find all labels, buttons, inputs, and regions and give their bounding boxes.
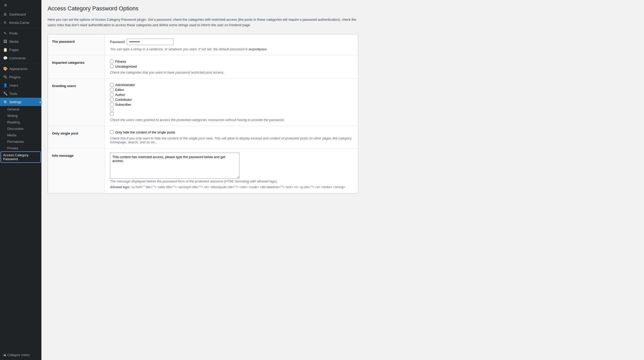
main-content: Access Category Password Options Here yo… [41, 0, 644, 360]
settings-table: The password Password You can type a str… [48, 34, 358, 193]
appearance-icon: 🎨 [3, 67, 7, 71]
wp-icon: ⊞ [4, 3, 7, 7]
user-administrator-label: Administrator [115, 83, 135, 87]
password-field-label: Password [110, 40, 125, 44]
impacted-categories-row: Impacted categories Fitness Uncategorize… [48, 55, 358, 79]
user-editor: Editor [110, 88, 353, 92]
category-uncategorized-checkbox[interactable] [110, 65, 114, 68]
granting-users-row: Granting users Administrator Editor Auth… [48, 79, 358, 126]
sidebar-item-tools[interactable]: 🔧 Tools [0, 89, 41, 98]
impacted-categories-label: Impacted categories [48, 55, 105, 79]
sidebar-item-label: Pages [9, 48, 19, 52]
sidebar-divider-1 [0, 28, 41, 28]
user-subscriber-label: Subscriber [115, 103, 131, 107]
password-row: The password Password You can type a str… [48, 34, 358, 55]
sidebar-item-dashboard[interactable]: ⊞ Dashboard [0, 10, 41, 18]
collapse-label: Collapse menu [7, 353, 30, 357]
sidebar-item-users[interactable]: 👤 Users [0, 81, 41, 89]
sidebar-item-kinsta-cache[interactable]: K Kinsta Cache [0, 18, 41, 27]
user-author-label: Author [115, 93, 125, 97]
single-post-option: Only hide the content of the single post… [110, 130, 353, 134]
sidebar-item-appearance[interactable]: 🎨 Appearance [0, 65, 41, 73]
sidebar-item-label: Posts [9, 31, 18, 35]
granting-users-hint: Check the users roles granted to access … [110, 118, 353, 122]
sidebar-divider-2 [0, 63, 41, 63]
user-extra2 [110, 112, 353, 116]
granting-users-label: Granting users [48, 79, 105, 126]
submenu-general[interactable]: General [0, 106, 41, 112]
category-fitness-checkbox[interactable] [110, 60, 114, 63]
password-label: The password [48, 34, 105, 55]
collapse-icon: ◀ [3, 353, 6, 357]
sidebar-item-media[interactable]: 🖼 Media [0, 37, 41, 46]
sidebar-item-label: Plugins [9, 75, 20, 79]
info-message-textarea[interactable]: This content has restricted access, plea… [110, 153, 239, 179]
password-input[interactable] [127, 39, 173, 45]
password-field-row: Password [110, 39, 353, 45]
sidebar-item-label: Users [9, 83, 18, 87]
info-message-value: This content has restricted access, plea… [105, 149, 358, 193]
category-fitness: Fitness [110, 60, 353, 63]
page-description: Here you can set the options of Access C… [48, 17, 358, 28]
media-icon: 🖼 [3, 39, 7, 44]
site-logo: ⊞ [0, 0, 41, 10]
only-single-post-row: Only single post Only hide the content o… [48, 126, 358, 149]
sidebar-item-settings[interactable]: ⚙ Settings ◀ [0, 98, 41, 106]
sidebar-item-label: Media [9, 40, 18, 44]
user-author: Author [110, 93, 353, 97]
submenu-access-category-password[interactable]: Access Category Password [1, 152, 40, 162]
user-extra1-checkbox[interactable] [110, 108, 114, 111]
user-administrator-checkbox[interactable] [110, 83, 114, 87]
user-administrator: Administrator [110, 83, 353, 87]
settings-icon: ⚙ [3, 100, 7, 104]
submenu-permalinks[interactable]: Permalinks [0, 138, 41, 145]
single-post-option-label: Only hide the content of the single post… [115, 130, 175, 134]
password-hint: You can type a string or a sentence, or … [110, 47, 353, 51]
kinsta-icon: K [3, 20, 7, 25]
impacted-categories-hint: Check the categories that you want to ha… [110, 70, 353, 74]
submenu-writing[interactable]: Writing [0, 112, 41, 119]
single-post-checkbox[interactable] [110, 130, 114, 134]
sidebar-item-label: Appearance [9, 67, 27, 71]
collapse-menu-button[interactable]: ◀ Collapse menu [0, 350, 41, 360]
user-contributor-checkbox[interactable] [110, 98, 114, 101]
sidebar-item-label: Comments [9, 56, 26, 60]
user-contributor: Contributor [110, 98, 353, 102]
only-single-post-label: Only single post [48, 126, 105, 148]
submenu-discussion[interactable]: Discussion [0, 125, 41, 132]
info-message-hint: The message displayed before the passwor… [110, 179, 353, 183]
sidebar-item-label: Dashboard [9, 12, 26, 16]
info-message-label: Info message [48, 149, 105, 193]
sidebar: ⊞ ⊞ Dashboard K Kinsta Cache ✎ Posts 🖼 M… [0, 0, 41, 360]
submenu-privacy[interactable]: Privacy [0, 145, 41, 151]
allowed-tags-text: Allowed tags: <a href="" title=""> <abbr… [110, 185, 353, 189]
sidebar-item-posts[interactable]: ✎ Posts [0, 29, 41, 37]
pages-icon: 📋 [3, 48, 7, 52]
sidebar-item-plugins[interactable]: 🔌 Plugins [0, 73, 41, 81]
impacted-categories-value: Fitness Uncategorized Check the categori… [105, 55, 358, 79]
only-single-post-hint: Check this if you only want to hide the … [110, 136, 353, 144]
category-uncategorized: Uncategorized [110, 65, 353, 68]
user-subscriber-checkbox[interactable] [110, 103, 114, 106]
settings-arrow-icon: ◀ [39, 100, 42, 104]
users-icon: 👤 [3, 83, 7, 87]
user-editor-label: Editor [115, 88, 124, 92]
user-extra1 [110, 108, 353, 111]
sidebar-item-label: Tools [9, 92, 17, 96]
user-editor-checkbox[interactable] [110, 88, 114, 91]
user-author-checkbox[interactable] [110, 93, 114, 96]
sidebar-item-pages[interactable]: 📋 Pages [0, 46, 41, 54]
sidebar-item-label: Kinsta Cache [9, 21, 29, 25]
sidebar-item-comments[interactable]: 💬 Comments [0, 54, 41, 62]
only-single-post-value: Only hide the content of the single post… [105, 126, 358, 148]
user-contributor-label: Contributor [115, 98, 132, 102]
submenu-reading[interactable]: Reading [0, 119, 41, 125]
user-extra2-checkbox[interactable] [110, 112, 114, 116]
submenu-media[interactable]: Media [0, 132, 41, 138]
comments-icon: 💬 [3, 56, 7, 60]
tools-icon: 🔧 [3, 91, 7, 96]
sidebar-item-label: Settings [9, 100, 21, 104]
category-uncategorized-label: Uncategorized [115, 65, 137, 68]
password-value: Password You can type a string or a sent… [105, 34, 358, 55]
plugins-icon: 🔌 [3, 75, 7, 79]
